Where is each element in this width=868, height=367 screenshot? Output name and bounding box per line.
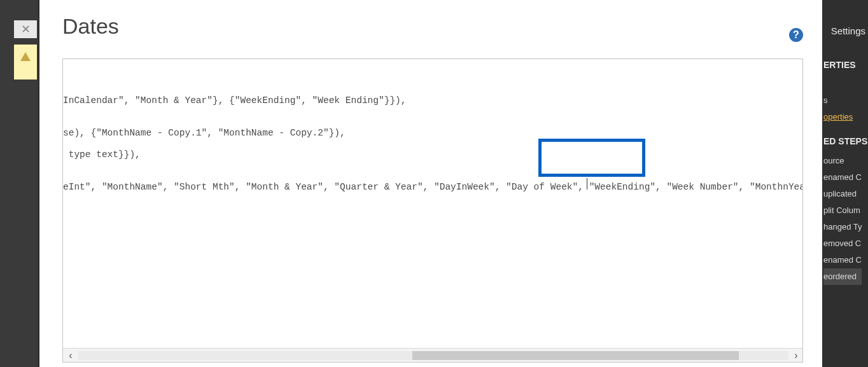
step-item[interactable]: ource: [823, 153, 862, 169]
left-strip: ✕: [0, 0, 38, 367]
text-cursor: [587, 178, 587, 190]
step-item-selected[interactable]: eordered: [823, 268, 862, 285]
warning-note[interactable]: [14, 45, 37, 80]
code-line: InCalendar", "Month & Year"}, {"WeekEndi…: [63, 95, 803, 106]
step-item[interactable]: enamed C: [823, 169, 862, 186]
all-properties-link[interactable]: operties: [823, 112, 853, 121]
panel-title: Settings: [831, 25, 865, 36]
properties-header: ERTIES: [822, 60, 868, 70]
warning-icon: [20, 52, 31, 61]
main-panel: Dates ? InCalendar", "Month & Year"}, {"…: [39, 0, 822, 367]
scroll-thumb[interactable]: [412, 351, 739, 360]
scroll-track[interactable]: [78, 351, 788, 360]
code-line: se), {"MonthName - Copy.1", "MonthName -…: [63, 128, 803, 139]
editor-content[interactable]: InCalendar", "Month & Year"}, {"WeekEndi…: [63, 59, 803, 214]
scroll-left-button[interactable]: ‹: [63, 349, 78, 363]
code-line: type text}}),: [63, 149, 803, 160]
step-item[interactable]: emoved C: [823, 235, 862, 252]
help-icon[interactable]: ?: [789, 28, 803, 42]
applied-steps-list: ource enamed C uplicated plit Colum hang…: [823, 153, 862, 285]
close-button[interactable]: ✕: [14, 20, 37, 38]
horizontal-scrollbar[interactable]: ‹ ›: [63, 348, 803, 362]
scroll-right-button[interactable]: ›: [788, 349, 803, 363]
code-line: eInt", "MonthName", "Short Mth", "Month …: [63, 182, 803, 193]
step-item[interactable]: enamed C: [823, 252, 862, 268]
page-title: Dates: [62, 14, 119, 39]
formula-editor[interactable]: InCalendar", "Month & Year"}, {"WeekEndi…: [62, 59, 803, 363]
right-panel: Settings ERTIES s operties ED STEPS ourc…: [822, 0, 868, 367]
applied-steps-header: ED STEPS: [823, 136, 867, 146]
step-item[interactable]: hanged Ty: [823, 219, 862, 235]
name-value: s: [823, 95, 828, 105]
step-item[interactable]: plit Colum: [823, 202, 862, 219]
step-item[interactable]: uplicated: [823, 186, 862, 202]
close-icon: ✕: [21, 22, 31, 36]
